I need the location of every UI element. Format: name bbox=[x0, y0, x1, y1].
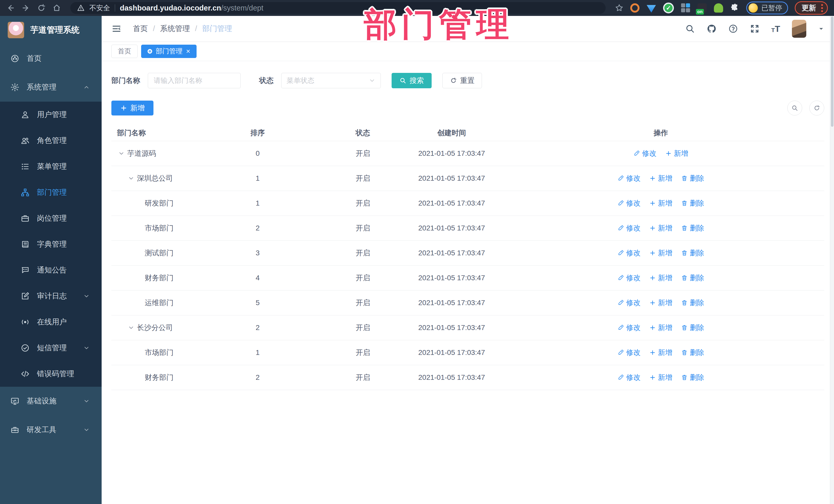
expand-caret-icon[interactable] bbox=[118, 150, 125, 157]
search-button[interactable]: 搜索 bbox=[392, 73, 432, 88]
expand-caret-icon[interactable] bbox=[128, 324, 134, 331]
row-action-delete[interactable]: 删除 bbox=[681, 223, 704, 233]
refresh-table-button[interactable] bbox=[809, 101, 824, 115]
row-action-add[interactable]: 新增 bbox=[649, 223, 672, 233]
sidebar-item-online[interactable]: 在线用户 bbox=[0, 309, 102, 335]
app-logo-row[interactable]: 芋道管理系统 bbox=[0, 16, 102, 44]
row-action-add[interactable]: 新增 bbox=[649, 273, 672, 283]
row-action-delete[interactable]: 删除 bbox=[681, 323, 704, 333]
scrollbar-thumb[interactable] bbox=[831, 17, 833, 127]
row-action-delete[interactable]: 删除 bbox=[681, 298, 704, 308]
chevron-down-icon[interactable] bbox=[818, 26, 824, 32]
extension-on-badge-icon[interactable]: on bbox=[698, 3, 707, 13]
sidebar-item-dept[interactable]: 部门管理 bbox=[0, 179, 102, 205]
plus-icon bbox=[665, 150, 672, 157]
browser-update-button[interactable]: 更新 bbox=[795, 1, 828, 15]
sidebar-item-tools[interactable]: 研发工具 bbox=[0, 415, 102, 444]
row-action-delete[interactable]: 删除 bbox=[681, 198, 704, 208]
reset-button[interactable]: 重置 bbox=[442, 73, 482, 88]
row-action-modify[interactable]: 修改 bbox=[633, 149, 656, 158]
forward-icon[interactable] bbox=[22, 4, 30, 12]
sidebar-item-label: 用户管理 bbox=[37, 110, 67, 120]
row-action-delete[interactable]: 删除 bbox=[681, 273, 704, 283]
sidebar-item-sms[interactable]: 短信管理 bbox=[0, 335, 102, 361]
collapse-sidebar-button[interactable] bbox=[111, 24, 122, 34]
browser-profile-chip[interactable]: 已暂停 bbox=[746, 2, 788, 14]
row-action-modify[interactable]: 修改 bbox=[617, 198, 640, 208]
action-label: 删除 bbox=[690, 223, 704, 233]
tab-home[interactable]: 首页 bbox=[111, 45, 137, 58]
action-label: 新增 bbox=[658, 273, 672, 283]
row-action-add[interactable]: 新增 bbox=[649, 348, 672, 357]
row-action-modify[interactable]: 修改 bbox=[617, 298, 640, 308]
extension-green-check-icon[interactable]: ✓ bbox=[663, 3, 674, 13]
browser-menu-dots-icon[interactable] bbox=[820, 4, 825, 12]
row-action-modify[interactable]: 修改 bbox=[617, 248, 640, 258]
extension-blue-drop-icon[interactable] bbox=[647, 3, 656, 13]
row-action-modify[interactable]: 修改 bbox=[617, 323, 640, 333]
dept-sort: 3 bbox=[196, 249, 319, 257]
home-icon[interactable] bbox=[52, 4, 61, 12]
action-label: 删除 bbox=[690, 298, 704, 308]
sidebar-item-dict[interactable]: 字典管理 bbox=[0, 231, 102, 257]
help-icon[interactable] bbox=[728, 24, 738, 34]
trash-icon bbox=[681, 374, 688, 381]
profile-emoji-avatar bbox=[749, 3, 758, 13]
tab-dept[interactable]: 部门管理× bbox=[141, 45, 197, 58]
row-action-add[interactable]: 新增 bbox=[649, 323, 672, 333]
row-action-modify[interactable]: 修改 bbox=[617, 273, 640, 283]
sidebar-item-system[interactable]: 系统管理 bbox=[0, 73, 102, 102]
user-avatar[interactable] bbox=[792, 20, 806, 38]
row-action-delete[interactable]: 删除 bbox=[681, 174, 704, 183]
sidebar-item-menu[interactable]: 菜单管理 bbox=[0, 153, 102, 179]
row-action-delete[interactable]: 删除 bbox=[681, 348, 704, 357]
sidebar-item-home[interactable]: 首页 bbox=[0, 44, 102, 73]
close-tab-icon[interactable]: × bbox=[186, 48, 190, 55]
page-scrollbar[interactable] bbox=[830, 16, 834, 504]
row-action-delete[interactable]: 删除 bbox=[681, 373, 704, 382]
extension-green-person-icon[interactable] bbox=[714, 3, 723, 13]
row-action-modify[interactable]: 修改 bbox=[617, 223, 640, 233]
sidebar-item-infra[interactable]: 基础设施 bbox=[0, 387, 102, 415]
extension-orange-ring-icon[interactable] bbox=[630, 3, 639, 13]
row-action-add[interactable]: 新增 bbox=[649, 198, 672, 208]
trash-icon bbox=[681, 200, 688, 206]
row-action-add[interactable]: 新增 bbox=[649, 174, 672, 183]
dept-name-input[interactable] bbox=[148, 73, 241, 88]
row-action-add[interactable]: 新增 bbox=[649, 373, 672, 382]
row-action-add[interactable]: 新增 bbox=[649, 248, 672, 258]
sidebar-item-notice[interactable]: 通知公告 bbox=[0, 257, 102, 283]
sidebar-item-audit[interactable]: 审计日志 bbox=[0, 283, 102, 309]
breadcrumb-item: 部门管理 bbox=[202, 24, 232, 34]
row-action-add[interactable]: 新增 bbox=[665, 149, 688, 158]
font-size-icon[interactable]: TT bbox=[771, 24, 780, 33]
row-action-add[interactable]: 新增 bbox=[649, 298, 672, 308]
add-button[interactable]: 新增 bbox=[111, 101, 153, 115]
row-action-modify[interactable]: 修改 bbox=[617, 373, 640, 382]
sidebar-item-user[interactable]: 用户管理 bbox=[0, 102, 102, 128]
expand-caret-icon[interactable] bbox=[128, 175, 134, 182]
row-action-modify[interactable]: 修改 bbox=[617, 348, 640, 357]
edit-pencil-icon bbox=[617, 349, 624, 356]
row-actions: 修改新增删除 bbox=[497, 248, 825, 258]
github-icon[interactable] bbox=[707, 24, 717, 34]
address-bar[interactable]: 不安全 dashboard.yudao.iocoder.cn/system/de… bbox=[70, 2, 606, 14]
extensions-puzzle-icon[interactable] bbox=[730, 3, 740, 13]
edit-pencil-icon bbox=[617, 200, 624, 206]
row-action-modify[interactable]: 修改 bbox=[617, 174, 640, 183]
status-select[interactable]: 菜单状态 bbox=[281, 73, 381, 88]
breadcrumb-item[interactable]: 首页 bbox=[133, 24, 148, 34]
sidebar-item-errcode[interactable]: 错误码管理 bbox=[0, 361, 102, 387]
reload-icon[interactable] bbox=[37, 4, 46, 12]
back-icon[interactable] bbox=[6, 4, 15, 12]
zoom-search-button[interactable] bbox=[787, 101, 802, 115]
breadcrumb-item[interactable]: 系统管理 bbox=[160, 24, 190, 34]
fullscreen-icon[interactable] bbox=[750, 24, 760, 34]
extension-grid-icon[interactable] bbox=[681, 3, 690, 13]
sidebar-item-post[interactable]: 岗位管理 bbox=[0, 205, 102, 231]
row-action-delete[interactable]: 删除 bbox=[681, 248, 704, 258]
bookmark-star-icon[interactable] bbox=[615, 4, 623, 12]
action-label: 删除 bbox=[690, 348, 704, 357]
search-icon[interactable] bbox=[685, 24, 695, 34]
sidebar-item-role[interactable]: 角色管理 bbox=[0, 128, 102, 153]
